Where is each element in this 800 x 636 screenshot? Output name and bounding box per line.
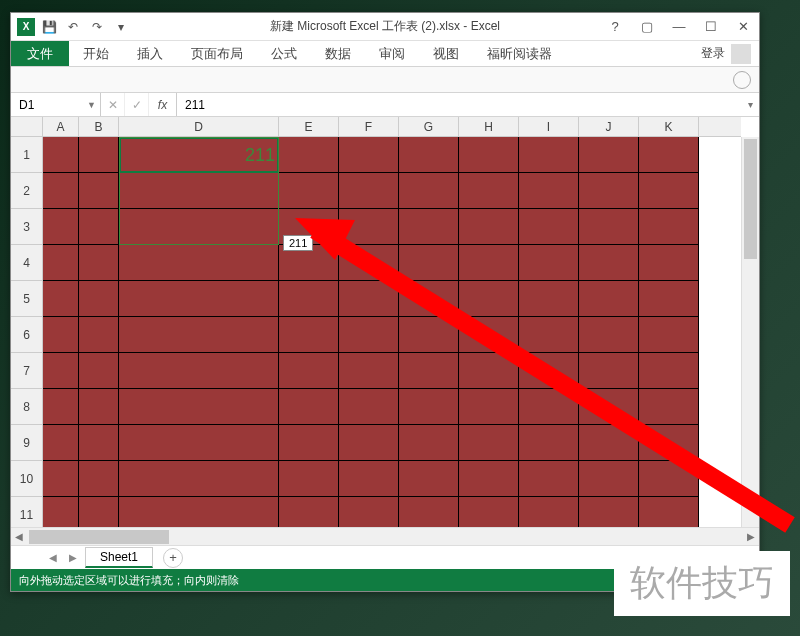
cell[interactable]	[339, 389, 399, 425]
cell[interactable]	[519, 461, 579, 497]
ribbon-options-icon[interactable]: ▢	[631, 15, 663, 39]
cell[interactable]	[579, 137, 639, 173]
cell[interactable]	[279, 281, 339, 317]
cell[interactable]	[519, 281, 579, 317]
cell[interactable]	[79, 425, 119, 461]
cell[interactable]	[459, 317, 519, 353]
cell[interactable]	[119, 497, 279, 527]
cell[interactable]	[43, 425, 79, 461]
undo-icon[interactable]: ↶	[63, 17, 83, 37]
cell[interactable]	[519, 353, 579, 389]
cell[interactable]	[279, 425, 339, 461]
cell[interactable]	[279, 353, 339, 389]
column-header-f[interactable]: F	[339, 117, 399, 136]
column-header-g[interactable]: G	[399, 117, 459, 136]
cell[interactable]	[639, 425, 699, 461]
row-header-3[interactable]: 3	[11, 209, 42, 245]
cell[interactable]	[119, 425, 279, 461]
cell[interactable]	[399, 497, 459, 527]
hscroll-thumb[interactable]	[29, 530, 169, 544]
column-header-d[interactable]: D	[119, 117, 279, 136]
cell[interactable]	[399, 173, 459, 209]
cell[interactable]	[639, 461, 699, 497]
enter-icon[interactable]: ✓	[125, 93, 149, 116]
cell[interactable]	[43, 245, 79, 281]
cell[interactable]	[519, 245, 579, 281]
cell[interactable]	[119, 281, 279, 317]
cell[interactable]	[79, 137, 119, 173]
cell[interactable]	[79, 461, 119, 497]
cell[interactable]	[519, 497, 579, 527]
cell[interactable]	[79, 209, 119, 245]
row-header-8[interactable]: 8	[11, 389, 42, 425]
cell[interactable]	[519, 425, 579, 461]
cell[interactable]	[79, 173, 119, 209]
cell[interactable]	[519, 317, 579, 353]
row-header-2[interactable]: 2	[11, 173, 42, 209]
redo-icon[interactable]: ↷	[87, 17, 107, 37]
cell[interactable]	[43, 137, 79, 173]
cell[interactable]	[459, 461, 519, 497]
cell[interactable]	[399, 461, 459, 497]
cell[interactable]	[119, 389, 279, 425]
column-header-a[interactable]: A	[43, 117, 79, 136]
cell[interactable]	[79, 317, 119, 353]
cell[interactable]	[579, 425, 639, 461]
cell[interactable]	[579, 497, 639, 527]
select-all-corner[interactable]	[11, 117, 43, 137]
formula-expand-icon[interactable]: ▾	[741, 93, 759, 116]
cell[interactable]	[339, 353, 399, 389]
hscroll-left-icon[interactable]: ◀	[11, 531, 27, 542]
cell[interactable]	[399, 209, 459, 245]
cell[interactable]	[459, 353, 519, 389]
cell[interactable]	[459, 245, 519, 281]
column-header-e[interactable]: E	[279, 117, 339, 136]
row-header-5[interactable]: 5	[11, 281, 42, 317]
save-icon[interactable]: 💾	[39, 17, 59, 37]
tab-foxit[interactable]: 福昕阅读器	[473, 41, 566, 66]
cell[interactable]	[339, 173, 399, 209]
cell[interactable]	[339, 317, 399, 353]
minimize-button[interactable]: —	[663, 15, 695, 39]
cell[interactable]	[459, 389, 519, 425]
cell[interactable]	[399, 245, 459, 281]
fx-icon[interactable]: fx	[149, 93, 177, 116]
cell[interactable]	[639, 281, 699, 317]
cell[interactable]	[399, 281, 459, 317]
cell[interactable]	[459, 173, 519, 209]
formula-input[interactable]: 211	[177, 93, 741, 116]
cancel-icon[interactable]: ✕	[101, 93, 125, 116]
cell[interactable]	[279, 461, 339, 497]
cell[interactable]	[399, 353, 459, 389]
row-header-1[interactable]: 1	[11, 137, 42, 173]
cell[interactable]	[279, 317, 339, 353]
cell[interactable]	[43, 173, 79, 209]
cell[interactable]	[639, 209, 699, 245]
vertical-scroll-thumb[interactable]	[744, 139, 757, 259]
row-header-4[interactable]: 4	[11, 245, 42, 281]
cell[interactable]	[339, 497, 399, 527]
row-header-11[interactable]: 11	[11, 497, 42, 527]
sheet-tab-sheet1[interactable]: Sheet1	[85, 547, 153, 568]
cell[interactable]	[279, 497, 339, 527]
column-header-k[interactable]: K	[639, 117, 699, 136]
cell[interactable]	[399, 389, 459, 425]
add-sheet-button[interactable]: +	[163, 548, 183, 568]
cell[interactable]	[459, 497, 519, 527]
cell[interactable]	[79, 389, 119, 425]
cell[interactable]	[579, 209, 639, 245]
cell[interactable]	[79, 497, 119, 527]
cell[interactable]	[459, 281, 519, 317]
name-box-dropdown-icon[interactable]: ▼	[87, 100, 96, 110]
cell[interactable]	[639, 353, 699, 389]
tab-insert[interactable]: 插入	[123, 41, 177, 66]
cell[interactable]	[579, 317, 639, 353]
tab-view[interactable]: 视图	[419, 41, 473, 66]
cell[interactable]	[339, 209, 399, 245]
cell[interactable]	[579, 461, 639, 497]
tab-home[interactable]: 开始	[69, 41, 123, 66]
help-icon[interactable]: ?	[599, 15, 631, 39]
cell[interactable]	[43, 389, 79, 425]
cell[interactable]	[339, 281, 399, 317]
spreadsheet-grid[interactable]: ABDEFGHIJK 1234567891011 211 211	[11, 117, 759, 527]
